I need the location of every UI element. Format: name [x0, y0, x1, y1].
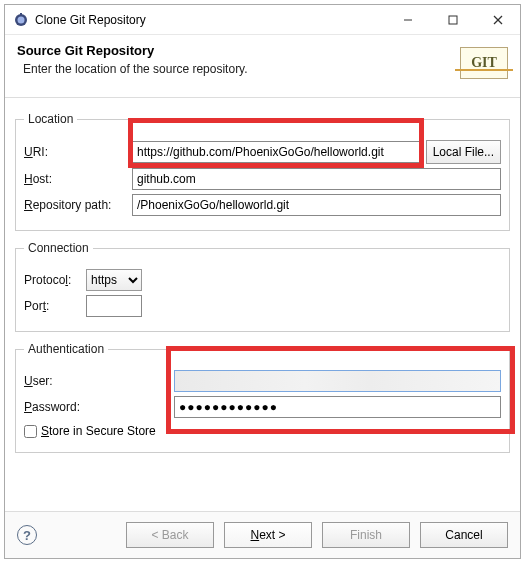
back-button: < Back: [126, 522, 214, 548]
next-button[interactable]: Next >: [224, 522, 312, 548]
user-label: User:: [24, 374, 174, 388]
close-button[interactable]: [475, 5, 520, 34]
connection-legend: Connection: [24, 241, 93, 255]
wizard-body: Location URI: Local File... Host: Reposi…: [5, 98, 520, 469]
finish-button: Finish: [322, 522, 410, 548]
wizard-header: Source Git Repository Enter the location…: [5, 35, 520, 98]
protocol-label: Protocol:: [24, 273, 86, 287]
password-input[interactable]: [174, 396, 501, 418]
repo-path-label: Repository path:: [24, 198, 132, 212]
svg-rect-4: [449, 16, 457, 24]
dialog-window: Clone Git Repository Source Git Reposito…: [4, 4, 521, 559]
connection-group: Connection Protocol: https Port:: [15, 241, 510, 332]
location-legend: Location: [24, 112, 77, 126]
help-icon[interactable]: ?: [17, 525, 37, 545]
user-input[interactable]: [174, 370, 501, 392]
authentication-legend: Authentication: [24, 342, 108, 356]
page-subtitle: Enter the location of the source reposit…: [23, 62, 460, 76]
uri-input[interactable]: [132, 141, 422, 163]
host-input[interactable]: [132, 168, 501, 190]
wizard-footer: ? < Back Next > Finish Cancel: [5, 511, 520, 558]
password-label: Password:: [24, 400, 174, 414]
window-controls: [385, 5, 520, 34]
port-label: Port:: [24, 299, 86, 313]
authentication-group: Authentication User: Password: Store in …: [15, 342, 510, 453]
svg-point-1: [18, 16, 25, 23]
local-file-button[interactable]: Local File...: [426, 140, 501, 164]
store-secure-checkbox[interactable]: [24, 425, 37, 438]
host-label: Host:: [24, 172, 132, 186]
store-secure-label: Store in Secure Store: [41, 424, 156, 438]
app-icon: [13, 12, 29, 28]
titlebar: Clone Git Repository: [5, 5, 520, 35]
svg-rect-2: [20, 13, 22, 16]
git-logo-icon: GIT: [460, 47, 508, 79]
maximize-button[interactable]: [430, 5, 475, 34]
repo-path-input[interactable]: [132, 194, 501, 216]
uri-label: URI:: [24, 145, 132, 159]
minimize-button[interactable]: [385, 5, 430, 34]
page-title: Source Git Repository: [17, 43, 460, 58]
location-group: Location URI: Local File... Host: Reposi…: [15, 112, 510, 231]
protocol-select[interactable]: https: [86, 269, 142, 291]
window-title: Clone Git Repository: [35, 13, 385, 27]
cancel-button[interactable]: Cancel: [420, 522, 508, 548]
port-input[interactable]: [86, 295, 142, 317]
